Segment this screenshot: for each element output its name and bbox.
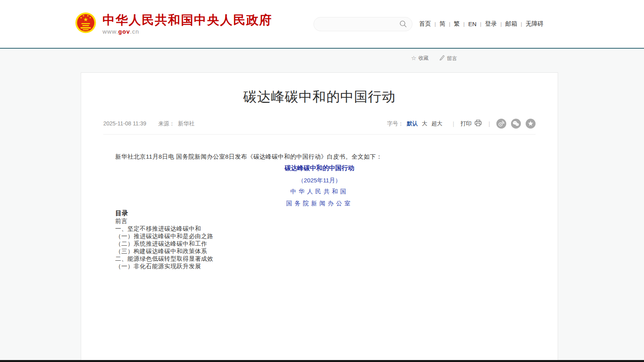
star-outline-icon: ☆ (411, 55, 416, 62)
article-datetime: 2025-11-08 11:39 (103, 120, 146, 127)
nav-separator: | (435, 21, 436, 27)
source-value: 新华社 (178, 120, 194, 127)
fontsize-option-default[interactable]: 默认 (407, 120, 418, 127)
article-title: 碳达峰碳中和的中国行动 (103, 88, 536, 106)
article-source: 来源： 新华社 (158, 120, 194, 127)
fontsize-label: 字号： (387, 120, 404, 127)
toc-item: （二）系统推进碳达峰碳中和工作 (103, 240, 536, 248)
print-label: 打印 (460, 120, 471, 127)
article-container: 碳达峰碳中和的中国行动 2025-11-08 11:39 来源： 新华社 字号：… (81, 72, 558, 361)
print-button[interactable]: 打印 (460, 119, 482, 128)
meta-divider (103, 134, 536, 135)
document-org-line1: 中华人民共和国 (103, 186, 536, 197)
nav-item-home[interactable]: 首页 (419, 20, 431, 28)
article-meta-row: 2025-11-08 11:39 来源： 新华社 字号： 默认 大 超大 | 打… (103, 119, 536, 129)
national-emblem-icon: ★ ★ ★ ★ ★ (74, 12, 97, 36)
nav-item-accessibility[interactable]: 无障碍 (526, 20, 543, 28)
printer-icon (474, 119, 482, 128)
toc-item: （三）构建碳达峰碳中和政策体系 (103, 248, 536, 255)
favorite-label: 收藏 (418, 55, 429, 62)
nav-item-english[interactable]: EN (468, 21, 477, 27)
nav-separator: | (480, 21, 481, 27)
fontsize-option-large[interactable]: 大 (422, 120, 427, 127)
weibo-share-icon[interactable] (496, 119, 506, 129)
action-row: ☆ 收藏 留言 (0, 49, 644, 72)
search-icon[interactable] (399, 20, 407, 28)
message-button[interactable]: 留言 (439, 55, 457, 63)
toc-item: （一）推进碳达峰碳中和是必由之路 (103, 233, 536, 240)
wechat-share-icon[interactable] (511, 119, 521, 129)
document-title: 碳达峰碳中和的中国行动 (103, 162, 536, 174)
svg-text:★: ★ (89, 16, 91, 19)
site-url: www.gov.cn (103, 28, 272, 35)
nav-separator: | (500, 21, 502, 27)
screenshot-bottom-edge (0, 360, 644, 362)
nav-item-mail[interactable]: 邮箱 (505, 20, 517, 28)
meta-separator: | (453, 121, 454, 127)
document-org-line2: 国务院新闻办公室 (103, 198, 536, 209)
meta-separator: | (488, 121, 490, 127)
search-input[interactable] (320, 21, 399, 28)
article-body: 新华社北京11月8日电 国务院新闻办公室8日发布《碳达峰碳中和的中国行动》白皮书… (103, 151, 536, 270)
nav-separator: | (464, 21, 465, 27)
star-share-icon[interactable] (526, 119, 536, 129)
site-title: 中华人民共和国中央人民政府 (103, 13, 272, 27)
site-header: ★ ★ ★ ★ ★ 中华人民共和国中央人民政府 www.gov.cn (0, 0, 644, 48)
lead-paragraph: 新华社北京11月8日电 国务院新闻办公室8日发布《碳达峰碳中和的中国行动》白皮书… (103, 151, 536, 162)
share-icons (496, 119, 536, 129)
article-meta-right: 字号： 默认 大 超大 | 打印 | (387, 119, 536, 129)
toc-item: 一、坚定不移推进碳达峰碳中和 (103, 225, 536, 233)
favorite-button[interactable]: ☆ 收藏 (411, 55, 429, 62)
search-box (313, 17, 412, 31)
toc-heading: 目录 (103, 209, 536, 218)
nav-item-login[interactable]: 登录 (485, 20, 497, 28)
site-logo[interactable]: ★ ★ ★ ★ ★ 中华人民共和国中央人民政府 www.gov.cn (74, 12, 272, 36)
nav-item-simplified[interactable]: 简 (439, 20, 445, 28)
document-date: （2025年11月） (103, 174, 536, 186)
svg-text:★: ★ (82, 14, 85, 17)
top-nav: 首页 | 简 | 繁 | EN | 登录 | 邮箱 | 无障碍 (419, 20, 543, 28)
fontsize-option-xlarge[interactable]: 超大 (431, 120, 443, 127)
header-right: 首页 | 简 | 繁 | EN | 登录 | 邮箱 | 无障碍 (313, 17, 543, 31)
nav-separator: | (521, 21, 522, 27)
nav-separator: | (449, 21, 450, 27)
nav-item-traditional[interactable]: 繁 (454, 20, 460, 28)
toc-item: （一）非化石能源实现跃升发展 (103, 263, 536, 270)
toc-item: 前言 (103, 218, 536, 225)
page-body: ☆ 收藏 留言 碳达峰碳中和的中国行动 2025-11-08 11:39 来源：… (0, 49, 644, 362)
message-label: 留言 (447, 55, 457, 62)
source-label: 来源： (158, 120, 175, 127)
pen-icon (439, 55, 445, 63)
svg-text:★: ★ (83, 16, 88, 23)
toc-item: 二、能源绿色低碳转型取得显著成效 (103, 255, 536, 263)
article-meta-left: 2025-11-08 11:39 来源： 新华社 (103, 120, 194, 127)
